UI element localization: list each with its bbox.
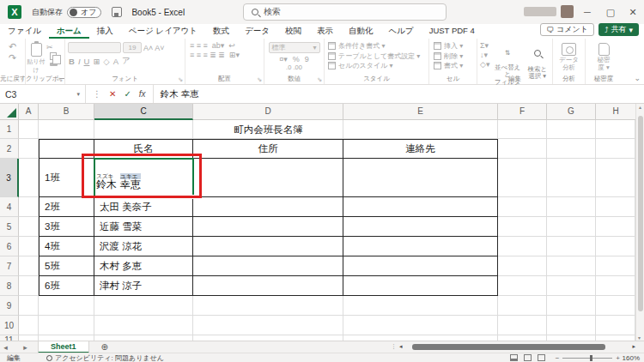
insert-cells-button[interactable]: 挿入 ▾ [434,41,477,51]
cell-c7-name[interactable]: 木村 多恵 [94,256,193,276]
vertical-align-buttons[interactable]: ≡ ≡ ≡ [190,41,208,51]
horizontal-scrollbar-thumb[interactable] [412,344,605,350]
cell[interactable] [193,197,343,217]
cell[interactable] [596,159,635,197]
font-dialog-launcher-icon[interactable]: ⇘ [178,76,183,83]
tab-insert[interactable]: 挿入 [89,24,121,39]
cell[interactable] [498,256,547,276]
horizontal-scrollbar[interactable]: ⋮ ◂ ▸ [391,343,635,350]
tab-help[interactable]: ヘルプ [381,24,422,39]
bold-button[interactable]: B [69,57,75,66]
cell[interactable] [193,159,343,197]
cell[interactable] [596,316,635,335]
tab-view[interactable]: 表示 [309,24,341,39]
cell-b8-group[interactable]: 6班 [39,276,94,296]
format-as-table-button[interactable]: テーブルとして書式設定 ▾ [328,51,428,62]
row-header-7[interactable]: 7 [0,256,19,276]
cell[interactable] [94,296,193,316]
column-header-g[interactable]: G [547,104,596,120]
insert-function-button[interactable]: fx [139,89,146,99]
autosum-button[interactable]: Σ▾ [480,41,493,50]
sensitivity-button[interactable]: 秘密 度 ▾ [586,43,622,71]
cell[interactable] [19,237,39,256]
cell[interactable] [193,276,343,296]
italic-button[interactable]: I [78,57,81,66]
cell[interactable] [343,256,498,276]
row-header-9[interactable]: 9 [0,296,19,316]
grow-font-button[interactable]: A˄ [143,44,153,52]
cell[interactable] [193,316,343,335]
zoom-slider-knob[interactable] [590,355,592,361]
row-header-8[interactable]: 8 [0,276,19,296]
row-header-6[interactable]: 6 [0,237,19,256]
cell[interactable] [19,256,39,276]
cell[interactable] [498,316,547,335]
tab-review[interactable]: 校閲 [277,24,309,39]
zoom-slider[interactable] [562,358,612,359]
number-dialog-launcher-icon[interactable]: ⇘ [317,76,322,83]
cell[interactable] [19,316,39,335]
data-analysis-button[interactable]: データ 分析 [553,43,585,71]
cell-styles-button[interactable]: セルのスタイル ▾ [328,61,428,71]
scroll-right-icon[interactable]: ▸ [632,343,635,350]
cell-c6-name[interactable]: 沢渡 涼花 [94,237,193,256]
row-header-4[interactable]: 4 [0,197,19,217]
cell-b2[interactable] [39,139,94,159]
cell[interactable] [596,256,635,276]
cell[interactable] [547,120,596,139]
vertical-scrollbar[interactable]: ▴ ▾ [635,104,644,341]
cell[interactable] [193,296,343,316]
cell[interactable] [547,316,596,335]
orientation-button[interactable]: ab▾ [212,41,225,51]
cell[interactable] [343,237,498,256]
collapse-ribbon-icon[interactable]: ⌄ [634,74,641,82]
wrap-text-button[interactable]: ↩ [228,41,235,51]
cell[interactable] [19,120,39,139]
cell[interactable] [498,197,547,217]
cell[interactable] [193,217,343,237]
cell[interactable] [39,296,94,316]
copy-button[interactable] [50,52,57,60]
cell[interactable] [596,296,635,316]
cell[interactable] [547,217,596,237]
cell-b3-group[interactable]: 1班 [39,159,94,197]
cell[interactable] [39,316,94,335]
cell[interactable] [547,197,596,217]
cell[interactable] [498,296,547,316]
tab-formulas[interactable]: 数式 [205,24,237,39]
cell[interactable] [596,237,635,256]
cell[interactable] [343,159,498,197]
comments-button[interactable]: 🗨 コメント [540,23,594,36]
column-header-a[interactable]: A [19,104,39,120]
tab-just-pdf[interactable]: JUST PDF 4 [422,24,483,39]
merge-center-button[interactable]: ⊞▾ [229,51,240,60]
cell-b4-group[interactable]: 2班 [39,197,94,217]
zoom-in-button[interactable]: + [616,354,620,362]
cell[interactable] [19,217,39,237]
cell-b7-group[interactable]: 5班 [39,256,94,276]
cell[interactable] [94,120,193,139]
cell[interactable] [19,197,39,217]
close-button[interactable]: ✕ [622,0,644,24]
cell[interactable] [19,139,39,159]
cell[interactable] [498,139,547,159]
accessibility-status[interactable]: アクセシビリティ: 問題ありません [46,353,164,362]
autosave-control[interactable]: 自動保存 オフ [32,7,101,18]
format-cells-button[interactable]: 書式 ▾ [434,61,477,71]
row-header-2[interactable]: 2 [0,139,19,159]
alignment-dialog-launcher-icon[interactable]: ⇘ [257,76,262,83]
select-all-button[interactable] [0,104,19,120]
clipboard-dialog-launcher-icon[interactable]: ⇘ [58,76,63,83]
cell[interactable] [193,256,343,276]
cell[interactable] [343,197,498,217]
borders-button[interactable]: ⊞ [93,57,100,66]
cell[interactable] [547,276,596,296]
cut-button[interactable]: ✂ [46,43,62,51]
redo-button[interactable]: ↷ [0,52,25,63]
share-button[interactable]: ⤴ 共有 ▾ [598,23,639,36]
next-sheet-icon[interactable]: ▸ [23,343,34,352]
enter-button[interactable]: ✓ [124,89,131,99]
zoom-out-button[interactable]: − [556,354,560,362]
new-sheet-button[interactable]: ⊕ [101,342,108,352]
column-header-e[interactable]: E [343,104,498,120]
